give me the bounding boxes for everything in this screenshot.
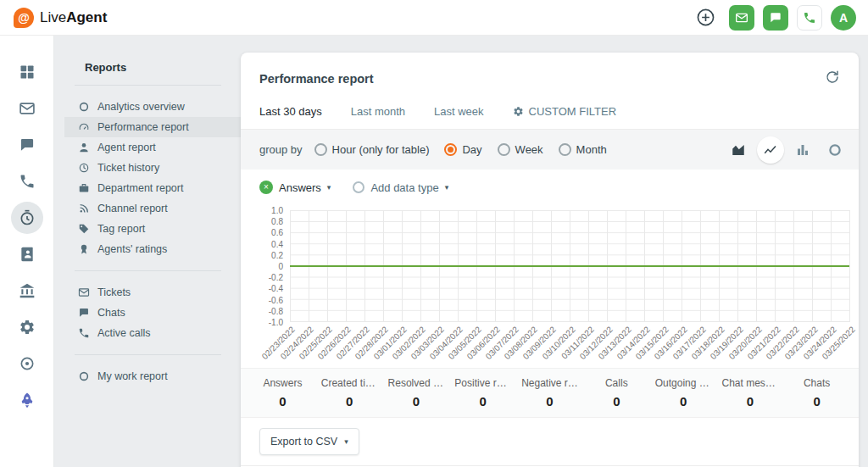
- data-type-chip-answers[interactable]: × Answers ▾: [259, 181, 331, 194]
- tab-custom-filter[interactable]: CUSTOM FILTER: [513, 94, 617, 129]
- bar-chart-view-button[interactable]: [789, 136, 816, 164]
- chat-bubble-icon: [19, 136, 36, 153]
- groupby-option-day[interactable]: Day: [444, 143, 481, 156]
- gear-icon: [513, 106, 524, 117]
- y-axis-label: 1.0: [271, 206, 283, 215]
- y-axis-label: 0.8: [271, 217, 283, 226]
- groupby-option-week[interactable]: Week: [498, 143, 543, 156]
- tag-icon: [78, 223, 90, 235]
- sidebar-item-agent-report[interactable]: Agent report: [64, 137, 241, 158]
- stat-item: Created tickets 0: [316, 377, 383, 409]
- rail-item-reports[interactable]: [11, 202, 43, 234]
- sidebar-item-department-report[interactable]: Department report: [64, 178, 241, 198]
- rail-item-departments[interactable]: [11, 275, 43, 307]
- stat-item: Calls 0: [583, 377, 650, 409]
- rail-item-dashboard[interactable]: [11, 56, 43, 88]
- medal-icon: [78, 243, 90, 255]
- stat-value: 0: [383, 394, 450, 409]
- stat-value: 0: [650, 394, 717, 409]
- logo-live: Live: [40, 9, 66, 25]
- tab-last-week[interactable]: Last week: [434, 94, 484, 129]
- sidebar-item-ticket-history[interactable]: Ticket history: [64, 158, 241, 178]
- reports-sidebar: Reports Analytics overview Performance r…: [54, 36, 241, 467]
- briefcase-icon: [78, 182, 90, 194]
- new-chat-button[interactable]: [763, 5, 788, 31]
- topbar-actions: A: [693, 5, 856, 31]
- y-axis-label: -1.0: [269, 318, 283, 327]
- add-data-type-button[interactable]: Add data type ▾: [353, 181, 448, 194]
- stat-value: 0: [716, 394, 783, 409]
- sidebar-item-tickets[interactable]: Tickets: [64, 282, 241, 303]
- export-csv-button[interactable]: Export to CSV ▾: [259, 428, 359, 455]
- line-chart-view-button[interactable]: [757, 136, 784, 164]
- sidebar-item-analytics-overview[interactable]: Analytics overview: [64, 97, 241, 117]
- area-chart-view-button[interactable]: [725, 136, 752, 164]
- sidebar-item-tag-report[interactable]: Tag report: [64, 219, 241, 239]
- sidebar-item-chats[interactable]: Chats: [64, 303, 241, 323]
- tab-last-month[interactable]: Last month: [351, 94, 405, 129]
- sidebar-item-agents-ratings[interactable]: Agents' ratings: [64, 239, 241, 259]
- circle-icon: [78, 370, 90, 382]
- plus-circle-icon: [695, 7, 716, 28]
- donut-chart-view-button[interactable]: [821, 136, 849, 164]
- rail-item-getting-started[interactable]: [11, 384, 43, 416]
- sidebar-item-my-work-report[interactable]: My work report: [64, 366, 241, 386]
- refresh-button[interactable]: [825, 69, 840, 87]
- radio-icon: [498, 143, 510, 156]
- y-axis-label: 0.2: [271, 250, 283, 259]
- sidebar-item-channel-report[interactable]: Channel report: [64, 198, 241, 219]
- data-type-row: × Answers ▾ Add data type ▾: [241, 170, 859, 202]
- rail-item-settings[interactable]: [11, 311, 43, 343]
- stat-value: 0: [783, 394, 850, 409]
- clock-icon: [78, 162, 90, 174]
- groupby-option-hour[interactable]: Hour (only for table): [314, 143, 430, 156]
- stat-label: Negative ratings: [516, 377, 583, 389]
- x-axis: 02/23/202202/24/202202/25/202202/26/2022…: [290, 322, 850, 364]
- divider: [75, 85, 221, 86]
- line-chart-icon: [763, 142, 778, 158]
- groupby-label: group by: [259, 143, 303, 156]
- stat-item: Resolved tickets 0: [383, 377, 450, 409]
- add-circle-button[interactable]: [693, 6, 717, 30]
- sidebar-item-active-calls[interactable]: Active calls: [64, 323, 241, 343]
- stat-value: 0: [249, 394, 316, 409]
- sidebar-item-performance-report[interactable]: Performance report: [64, 117, 241, 137]
- stat-label: Created tickets: [316, 377, 383, 389]
- dashboard-icon: [19, 64, 36, 81]
- rail-item-chats[interactable]: [11, 129, 43, 161]
- gauge-icon: [78, 121, 90, 133]
- donut-icon: [78, 101, 90, 113]
- rail-item-mail[interactable]: [11, 92, 43, 125]
- report-tabs: Last 30 days Last month Last week CUSTOM…: [241, 94, 859, 130]
- performance-chart: 1.00.80.60.40.20-0.2-0.4-0.6-0.8-1.0 02/…: [241, 202, 859, 364]
- divider: [75, 270, 221, 271]
- area-chart-icon: [731, 142, 746, 158]
- donut-chart-icon: [827, 142, 843, 158]
- envelope-icon: [78, 286, 90, 298]
- stat-label: Answers: [249, 377, 316, 389]
- bank-icon: [19, 282, 36, 299]
- icon-rail: [0, 36, 54, 467]
- chat-bubble-icon: [78, 307, 90, 319]
- sidebar-title: Reports: [85, 61, 241, 74]
- liveagent-logo-icon: @: [14, 8, 34, 28]
- avatar[interactable]: A: [831, 5, 856, 31]
- rail-item-contacts[interactable]: [11, 238, 43, 270]
- liveagent-logo[interactable]: @ LiveAgent: [14, 8, 107, 28]
- stat-value: 0: [516, 394, 583, 409]
- groupby-option-month[interactable]: Month: [559, 143, 607, 156]
- rail-item-calls[interactable]: [11, 165, 43, 197]
- radio-checked-icon: [444, 143, 457, 156]
- stat-label: Calls: [583, 377, 650, 389]
- y-axis-label: -0.6: [269, 295, 283, 304]
- refresh-icon: [825, 69, 840, 85]
- bar-chart-icon: [795, 142, 810, 158]
- person-icon: [78, 142, 90, 153]
- call-button[interactable]: [797, 5, 822, 31]
- stat-item: Negative ratings 0: [516, 377, 583, 409]
- y-axis-label: 0: [278, 262, 283, 271]
- tab-last-30-days[interactable]: Last 30 days: [259, 94, 322, 129]
- y-axis-label: -0.8: [269, 306, 283, 315]
- new-email-button[interactable]: [729, 5, 754, 31]
- rail-item-status[interactable]: [11, 347, 43, 380]
